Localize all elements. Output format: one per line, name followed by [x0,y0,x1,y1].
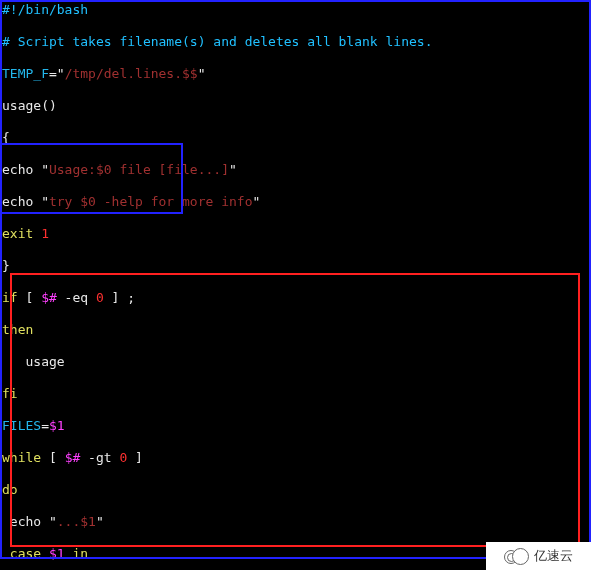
line-14: FILES=$1 [2,418,589,434]
line-16: do [2,482,589,498]
line-02: # Script takes filename(s) and deletes a… [2,34,589,50]
line-10: if [ $# -eq 0 ] ; [2,290,589,306]
line-07: echo "try $0 -help for more info" [2,194,589,210]
line-04: usage() [2,98,589,114]
line-01: #!/bin/bash [2,2,589,18]
cloud-icon [504,548,530,564]
line-13: fi [2,386,589,402]
line-03: TEMP_F="/tmp/del.lines.$$" [2,66,589,82]
line-15: while [ $# -gt 0 ] [2,450,589,466]
line-09: } [2,258,589,274]
watermark-text: 亿速云 [534,548,573,564]
line-11: then [2,322,589,338]
code-editor: #!/bin/bash # Script takes filename(s) a… [0,0,591,570]
watermark-badge: 亿速云 [486,542,591,570]
line-05: { [2,130,589,146]
line-12: usage [2,354,589,370]
line-06: echo "Usage:$0 file [file...]" [2,162,589,178]
line-17: echo "...$1" [2,514,589,530]
line-08: exit 1 [2,226,589,242]
